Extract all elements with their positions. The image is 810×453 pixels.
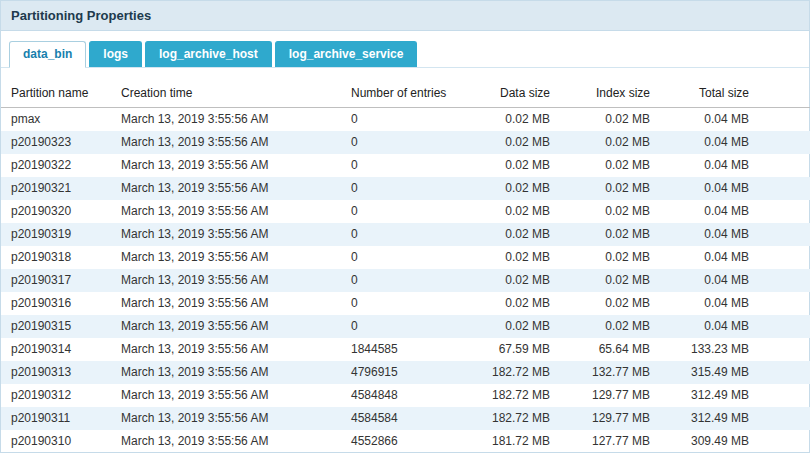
cell-creation-time: March 13, 2019 3:55:56 AM — [113, 384, 343, 407]
cell-index-size: 127.77 MB — [558, 430, 658, 453]
cell-creation-time: March 13, 2019 3:55:56 AM — [113, 315, 343, 338]
column-header-total-size: Total size — [658, 80, 810, 108]
tab-log-archive-host[interactable]: log_archive_host — [145, 41, 272, 67]
cell-total-size: 0.04 MB — [658, 315, 810, 338]
cell-total-size: 133.23 MB — [658, 338, 810, 361]
cell-total-size: 0.04 MB — [658, 177, 810, 200]
cell-creation-time: March 13, 2019 3:55:56 AM — [113, 200, 343, 223]
table-row[interactable]: p20190311March 13, 2019 3:55:56 AM458458… — [1, 407, 810, 430]
cell-creation-time: March 13, 2019 3:55:56 AM — [113, 292, 343, 315]
cell-number-of-entries: 0 — [343, 292, 473, 315]
cell-number-of-entries: 0 — [343, 131, 473, 154]
table-row[interactable]: p20190323March 13, 2019 3:55:56 AM00.02 … — [1, 131, 810, 154]
cell-index-size: 0.02 MB — [558, 108, 658, 132]
cell-partition-name: p20190313 — [1, 361, 113, 384]
cell-number-of-entries: 4584848 — [343, 384, 473, 407]
cell-data-size: 0.02 MB — [473, 269, 558, 292]
table-row[interactable]: p20190319March 13, 2019 3:55:56 AM00.02 … — [1, 223, 810, 246]
tab-logs[interactable]: logs — [89, 41, 142, 67]
table-row[interactable]: p20190314March 13, 2019 3:55:56 AM184458… — [1, 338, 810, 361]
column-header-number-of-entries: Number of entries — [343, 80, 473, 108]
table-row[interactable]: p20190310March 13, 2019 3:55:56 AM455286… — [1, 430, 810, 453]
table-row[interactable]: p20190318March 13, 2019 3:55:56 AM00.02 … — [1, 246, 810, 269]
column-header-data-size: Data size — [473, 80, 558, 108]
cell-number-of-entries: 4584584 — [343, 407, 473, 430]
cell-partition-name: p20190315 — [1, 315, 113, 338]
cell-total-size: 309.49 MB — [658, 430, 810, 453]
table-row[interactable]: p20190313March 13, 2019 3:55:56 AM479691… — [1, 361, 810, 384]
cell-partition-name: p20190318 — [1, 246, 113, 269]
cell-number-of-entries: 0 — [343, 269, 473, 292]
table-row[interactable]: p20190321March 13, 2019 3:55:56 AM00.02 … — [1, 177, 810, 200]
cell-index-size: 65.64 MB — [558, 338, 658, 361]
cell-number-of-entries: 4552866 — [343, 430, 473, 453]
cell-data-size: 182.72 MB — [473, 407, 558, 430]
cell-creation-time: March 13, 2019 3:55:56 AM — [113, 407, 343, 430]
column-header-index-size: Index size — [558, 80, 658, 108]
cell-index-size: 129.77 MB — [558, 384, 658, 407]
cell-partition-name: pmax — [1, 108, 113, 132]
cell-data-size: 182.72 MB — [473, 384, 558, 407]
cell-index-size: 0.02 MB — [558, 292, 658, 315]
partitions-table: Partition nameCreation timeNumber of ent… — [1, 80, 810, 453]
cell-data-size: 0.02 MB — [473, 292, 558, 315]
cell-total-size: 0.04 MB — [658, 223, 810, 246]
cell-number-of-entries: 0 — [343, 154, 473, 177]
cell-partition-name: p20190317 — [1, 269, 113, 292]
cell-total-size: 0.04 MB — [658, 131, 810, 154]
cell-number-of-entries: 0 — [343, 108, 473, 132]
cell-data-size: 0.02 MB — [473, 315, 558, 338]
column-header-creation-time: Creation time — [113, 80, 343, 108]
cell-creation-time: March 13, 2019 3:55:56 AM — [113, 246, 343, 269]
cell-number-of-entries: 1844585 — [343, 338, 473, 361]
cell-number-of-entries: 0 — [343, 223, 473, 246]
cell-index-size: 0.02 MB — [558, 131, 658, 154]
cell-partition-name: p20190323 — [1, 131, 113, 154]
panel-header: Partitioning Properties — [1, 1, 809, 31]
tab-data-bin[interactable]: data_bin — [9, 41, 86, 68]
cell-total-size: 0.04 MB — [658, 200, 810, 223]
cell-index-size: 0.02 MB — [558, 177, 658, 200]
cell-data-size: 181.72 MB — [473, 430, 558, 453]
cell-creation-time: March 13, 2019 3:55:56 AM — [113, 177, 343, 200]
cell-index-size: 0.02 MB — [558, 223, 658, 246]
table-row[interactable]: p20190312March 13, 2019 3:55:56 AM458484… — [1, 384, 810, 407]
table-row[interactable]: p20190322March 13, 2019 3:55:56 AM00.02 … — [1, 154, 810, 177]
cell-data-size: 0.02 MB — [473, 154, 558, 177]
column-header-partition-name: Partition name — [1, 80, 113, 108]
cell-creation-time: March 13, 2019 3:55:56 AM — [113, 361, 343, 384]
cell-partition-name: p20190322 — [1, 154, 113, 177]
cell-data-size: 0.02 MB — [473, 246, 558, 269]
cell-data-size: 0.02 MB — [473, 200, 558, 223]
table-row[interactable]: p20190315March 13, 2019 3:55:56 AM00.02 … — [1, 315, 810, 338]
cell-total-size: 0.04 MB — [658, 108, 810, 132]
cell-index-size: 132.77 MB — [558, 361, 658, 384]
partitioning-properties-panel: Partitioning Properties data_binlogslog_… — [0, 0, 810, 453]
cell-creation-time: March 13, 2019 3:55:56 AM — [113, 338, 343, 361]
cell-index-size: 0.02 MB — [558, 154, 658, 177]
cell-partition-name: p20190321 — [1, 177, 113, 200]
table-row[interactable]: p20190316March 13, 2019 3:55:56 AM00.02 … — [1, 292, 810, 315]
cell-creation-time: March 13, 2019 3:55:56 AM — [113, 223, 343, 246]
table-header-row: Partition nameCreation timeNumber of ent… — [1, 80, 810, 108]
cell-index-size: 0.02 MB — [558, 246, 658, 269]
cell-partition-name: p20190319 — [1, 223, 113, 246]
cell-number-of-entries: 0 — [343, 200, 473, 223]
cell-index-size: 0.02 MB — [558, 200, 658, 223]
cell-creation-time: March 13, 2019 3:55:56 AM — [113, 154, 343, 177]
cell-number-of-entries: 0 — [343, 246, 473, 269]
table-row[interactable]: pmaxMarch 13, 2019 3:55:56 AM00.02 MB0.0… — [1, 108, 810, 132]
tab-log-archive-service[interactable]: log_archive_service — [275, 41, 418, 67]
table-row[interactable]: p20190320March 13, 2019 3:55:56 AM00.02 … — [1, 200, 810, 223]
cell-partition-name: p20190311 — [1, 407, 113, 430]
table-row[interactable]: p20190317March 13, 2019 3:55:56 AM00.02 … — [1, 269, 810, 292]
cell-creation-time: March 13, 2019 3:55:56 AM — [113, 269, 343, 292]
cell-partition-name: p20190316 — [1, 292, 113, 315]
cell-partition-name: p20190312 — [1, 384, 113, 407]
cell-data-size: 0.02 MB — [473, 223, 558, 246]
cell-total-size: 0.04 MB — [658, 246, 810, 269]
cell-total-size: 0.04 MB — [658, 269, 810, 292]
cell-data-size: 0.02 MB — [473, 177, 558, 200]
cell-total-size: 0.04 MB — [658, 292, 810, 315]
cell-total-size: 312.49 MB — [658, 384, 810, 407]
